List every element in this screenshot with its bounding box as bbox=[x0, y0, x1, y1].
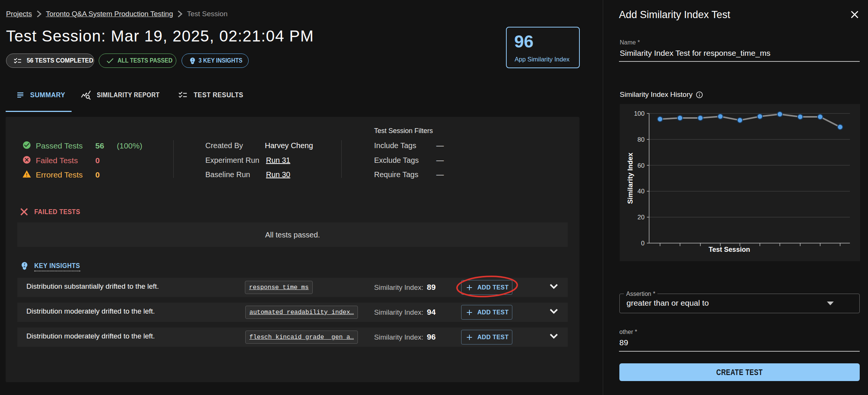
svg-text:20: 20 bbox=[637, 214, 645, 221]
svg-text:40: 40 bbox=[637, 188, 645, 195]
svg-text:80: 80 bbox=[637, 136, 645, 143]
svg-text:Similarity Index: Similarity Index bbox=[626, 153, 634, 204]
svg-text:0: 0 bbox=[641, 240, 645, 247]
svg-text:60: 60 bbox=[637, 162, 645, 169]
svg-text:100: 100 bbox=[634, 110, 645, 117]
svg-text:Test Session: Test Session bbox=[709, 245, 750, 253]
